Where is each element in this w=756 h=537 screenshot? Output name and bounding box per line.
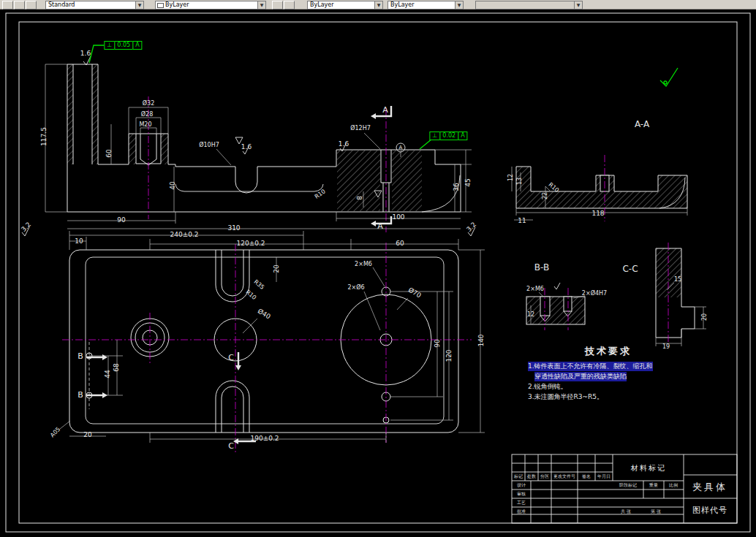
toolbar-icon[interactable] — [272, 1, 283, 9]
chevron-down-icon[interactable]: ▼ — [455, 1, 463, 9]
color-swatch — [157, 3, 164, 8]
text-style-combo[interactable]: Standard ▼ — [45, 1, 144, 9]
color-combo[interactable]: ByLayer ▼ — [155, 1, 266, 9]
title-block-drawing-code: 图样代号 — [684, 505, 736, 516]
title-block-material-mark: 材料标记 — [619, 463, 678, 473]
drawing-canvas[interactable] — [0, 0, 756, 537]
lineweight-combo[interactable]: ByLayer ▼ — [388, 1, 464, 9]
text-style-value: Standard — [46, 1, 135, 9]
technical-requirement-line: 3.未注圆角半径R3~R5。 — [528, 392, 603, 402]
toolbar-icon[interactable] — [14, 1, 25, 9]
technical-requirements-title: 技术要求 — [528, 345, 689, 358]
toolbar: Standard ▼ ByLayer ▼ ByLayer ▼ ByLayer ▼… — [0, 0, 756, 9]
linetype-combo[interactable]: ByLayer ▼ — [307, 1, 383, 9]
chevron-down-icon: ▼ — [574, 1, 582, 9]
toolbar-icon[interactable] — [284, 1, 295, 9]
plot-style-combo: ▼ — [475, 1, 583, 9]
technical-requirement-line: 1.铸件表面上不允许有冷隔、裂纹、缩孔和 — [528, 362, 653, 371]
chevron-down-icon[interactable]: ▼ — [257, 1, 265, 9]
chevron-down-icon[interactable]: ▼ — [135, 1, 143, 9]
toolbar-icon[interactable] — [2, 1, 13, 9]
technical-requirement-line: 穿透性缺陷及严重的残缺类缺陷 — [534, 372, 627, 381]
title-block-part-name: 夹具体 — [684, 481, 736, 494]
color-value: ByLayer — [156, 1, 257, 9]
technical-requirements: 技术要求 1.铸件表面上不允许有冷隔、裂纹、缩孔和 穿透性缺陷及严重的残缺类缺陷… — [528, 345, 689, 403]
lineweight-value: ByLayer — [388, 1, 455, 9]
linetype-value: ByLayer — [308, 1, 374, 9]
toolbar-icon[interactable] — [26, 1, 37, 9]
technical-requirement-line: 2.锐角倒钝。 — [528, 382, 567, 392]
cad-application-window: 1.6⊥0.05A117.5Ø32Ø28M206040Ø10H71.61.6Ø1… — [0, 0, 756, 537]
chevron-down-icon[interactable]: ▼ — [374, 1, 382, 9]
